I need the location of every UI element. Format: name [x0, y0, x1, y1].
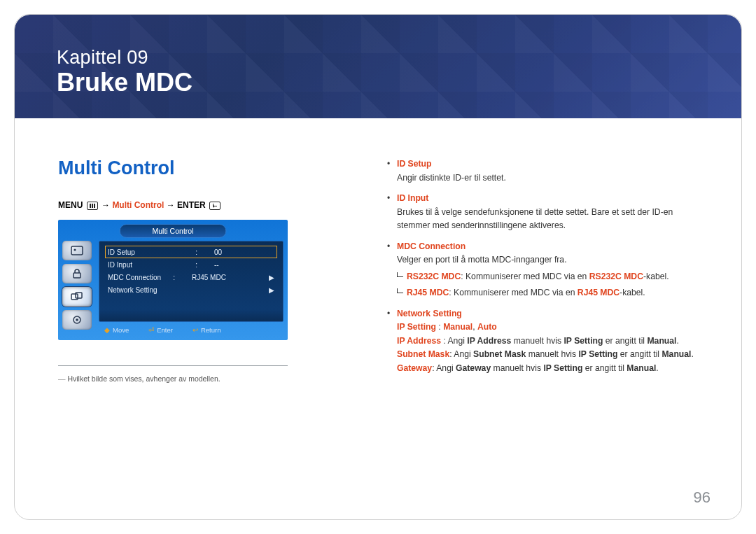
text: manuelt hvis	[526, 349, 578, 359]
item-id-input: ID Input Brukes til å velge sendefunksjo…	[387, 192, 699, 233]
text: er angitt til	[582, 363, 626, 373]
osd-row: ID Setup :00	[105, 246, 277, 258]
bold: IP Address	[467, 336, 511, 346]
text: : Angi	[432, 363, 456, 373]
osd-row: Network Setting ▶	[105, 283, 277, 296]
chapter-number: Kapittel 09	[57, 47, 192, 69]
keyword: RS232C MDC	[407, 272, 461, 281]
enter-word: ENTER	[177, 200, 206, 210]
osd-icon-settings	[62, 310, 92, 330]
menu-word: MENU	[58, 200, 83, 210]
footer-label: Enter	[157, 326, 173, 334]
move-key-icon: ◆	[104, 326, 110, 334]
item-mdc-connection: MDC Connection Velger en port til å mott…	[387, 240, 699, 300]
item-heading: ID Input	[397, 193, 428, 203]
footer-label: Return	[201, 326, 221, 334]
keyword: IP Setting	[397, 322, 436, 332]
item-network-setting: Network Setting IP Setting : Manual, Aut…	[387, 307, 699, 376]
svg-rect-3	[71, 294, 78, 300]
text: er angitt til	[617, 349, 662, 359]
text: manuelt hvis	[511, 336, 564, 346]
sub-rs232c: RS232C MDC: Kommuniserer med MDC via en …	[397, 270, 699, 284]
menu-path-mid: Multi Control	[112, 200, 164, 210]
osd-icon-lock	[62, 264, 92, 283]
text: :	[436, 322, 443, 332]
keyword: RS232C MDC	[589, 272, 643, 281]
osd-row-value: 00	[214, 248, 274, 256]
submenu-arrow-icon: ▶	[269, 274, 274, 281]
osd-screenshot: Multi Control	[58, 220, 288, 340]
keyword: RJ45 MDC	[578, 288, 620, 297]
menu-path: MENU → Multi Control → ENTER	[58, 200, 387, 210]
osd-row-label: MDC Connection	[108, 274, 161, 281]
chapter-title: Bruke MDC	[57, 69, 192, 97]
text: .	[656, 363, 658, 373]
return-key-icon: ↩	[192, 326, 198, 334]
osd-title: Multi Control	[120, 224, 227, 238]
osd-row-label: ID Setup	[108, 248, 135, 256]
enter-icon	[209, 202, 220, 210]
osd-sidebar-icons	[62, 241, 96, 333]
text: ,	[472, 322, 477, 332]
keyword: Auto	[477, 322, 497, 332]
text: -kabel.	[620, 288, 645, 297]
text: manuelt hvis	[491, 363, 543, 373]
text: : Angi	[441, 336, 467, 346]
chapter-band: Kapittel 09 Bruke MDC	[15, 15, 741, 118]
sub-rj45: RJ45 MDC: Kommuniserer med MDC via en RJ…	[397, 286, 699, 300]
enter-key-icon: ⏎	[148, 326, 154, 334]
text: : Angi	[449, 349, 473, 359]
bold: Subnet Mask	[473, 349, 526, 359]
keyword: IP Address	[397, 336, 441, 346]
text: .	[691, 349, 693, 359]
item-heading: ID Setup	[397, 159, 431, 169]
bold: Manual	[662, 349, 691, 359]
bold: Manual	[647, 336, 676, 346]
arrow-text: →	[102, 200, 112, 210]
submenu-arrow-icon: ▶	[269, 286, 274, 294]
osd-icon-picture	[62, 241, 92, 260]
keyword: Subnet Mask	[397, 349, 449, 359]
text: : Kommuniserer med MDC via en	[461, 272, 589, 281]
item-body: Brukes til å velge sendefunksjonene til …	[397, 207, 673, 231]
osd-icon-multi	[62, 287, 92, 307]
text: -kabel.	[643, 272, 669, 281]
svg-point-1	[74, 248, 76, 251]
item-id-setup: ID Setup Angir distinkte ID-er til sette…	[387, 157, 699, 185]
keyword: Manual	[443, 322, 472, 332]
osd-row: MDC Connection :RJ45 MDC▶	[105, 271, 277, 283]
text: .	[676, 336, 678, 346]
osd-row: ID Input :--	[105, 258, 277, 271]
bold: Gateway	[456, 363, 491, 373]
osd-row-label: ID Input	[108, 261, 132, 269]
item-body: Angir distinkte ID-er til settet.	[397, 173, 506, 183]
divider	[58, 365, 288, 366]
osd-row-label: Network Setting	[108, 286, 158, 294]
text: er angitt til	[603, 336, 647, 346]
item-heading: MDC Connection	[397, 241, 465, 251]
menu-icon	[87, 202, 98, 210]
arrow-text: →	[167, 200, 177, 210]
page: Kapittel 09 Bruke MDC Multi Control MENU…	[14, 14, 742, 520]
bold: IP Setting	[543, 363, 582, 373]
svg-rect-4	[76, 293, 82, 298]
osd-row-value: RJ45 MDC	[192, 274, 252, 281]
osd-panel: ID Setup :00 ID Input :-- MDC Connection…	[99, 241, 284, 322]
bold: IP Setting	[578, 349, 617, 359]
keyword: RJ45 MDC	[407, 288, 449, 297]
svg-rect-0	[71, 246, 83, 255]
page-number: 96	[694, 489, 710, 507]
keyword: Gateway	[397, 363, 432, 373]
osd-footer: ◆Move ⏎Enter ↩Return	[99, 324, 284, 336]
svg-point-6	[76, 318, 78, 321]
osd-row-value: --	[214, 261, 274, 269]
bold: IP Setting	[564, 336, 603, 346]
item-heading: Network Setting	[397, 309, 462, 318]
svg-rect-2	[74, 273, 80, 278]
footer-label: Move	[113, 326, 129, 334]
section-title: Multi Control	[58, 157, 387, 179]
text: : Kommuniserer med MDC via en	[449, 288, 578, 297]
model-note: Hvilket bilde som vises, avhenger av mod…	[58, 374, 387, 383]
item-body: Velger en port til å motta MDC-innganger…	[397, 255, 567, 265]
bold: Manual	[626, 363, 656, 373]
